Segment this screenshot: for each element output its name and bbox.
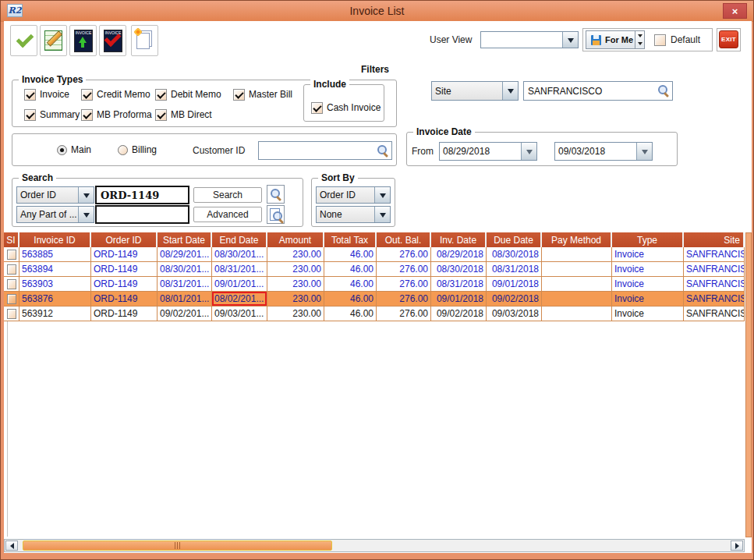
row-checkbox[interactable] <box>7 294 16 304</box>
chevron-down-icon[interactable] <box>78 187 94 203</box>
approve-button[interactable] <box>10 25 37 56</box>
customer-id-field[interactable] <box>258 141 392 160</box>
filters-heading: Filters <box>361 64 389 75</box>
table-row[interactable]: 563876ORD-114908/01/201...08/02/201...23… <box>4 292 745 307</box>
site-selector-combobox[interactable]: Site <box>431 81 519 101</box>
mb-direct-checkbox[interactable] <box>155 109 167 121</box>
view-spinner[interactable] <box>635 30 645 49</box>
cell-amount: 230.00 <box>267 307 324 321</box>
advanced-button[interactable]: Advanced <box>193 207 262 222</box>
debit-memo-checkbox[interactable] <box>155 89 167 101</box>
cell-si[interactable] <box>4 247 19 262</box>
cell-amount: 230.00 <box>267 277 324 292</box>
chevron-down-icon[interactable] <box>636 143 652 160</box>
cell-invoice_id: 563912 <box>19 307 91 321</box>
sort-by-title: Sort By <box>318 172 358 183</box>
master-bill-checkbox[interactable] <box>233 89 245 101</box>
advanced-search-button[interactable] <box>267 205 285 224</box>
summary-checkbox[interactable] <box>24 109 36 121</box>
sort-second-combobox[interactable]: None <box>316 206 391 223</box>
invoice-report-button[interactable]: INVOICE <box>69 25 97 56</box>
cell-si[interactable] <box>4 292 19 307</box>
main-radio[interactable] <box>57 145 67 155</box>
scroll-left-button[interactable] <box>5 541 18 551</box>
scroll-right-button[interactable] <box>731 541 743 551</box>
chevron-down-icon[interactable] <box>374 207 390 222</box>
search-field-combobox[interactable]: Order ID <box>16 186 94 204</box>
row-checkbox[interactable] <box>7 279 16 289</box>
invoice-list-window: R2 Invoice List × INVOICE INVOICE User V… <box>0 0 754 560</box>
invoice-types-title: Invoice Types <box>19 74 86 85</box>
chevron-down-icon[interactable] <box>521 143 536 160</box>
row-checkbox[interactable] <box>7 250 16 260</box>
cell-type: Invoice <box>612 277 684 292</box>
col-header-start_date[interactable]: Start Date <box>158 232 212 247</box>
chevron-down-icon[interactable] <box>562 32 578 48</box>
save-for-me-button[interactable]: For Me <box>586 30 639 49</box>
site-value-field[interactable]: SANFRANCISCO <box>523 81 673 101</box>
col-header-total_tax[interactable]: Total Tax <box>324 232 377 247</box>
mb-proforma-checkbox[interactable] <box>81 109 93 121</box>
horizontal-scroll-thumb[interactable] <box>23 541 332 551</box>
chevron-down-icon[interactable] <box>78 207 94 222</box>
date-from-combobox[interactable]: 08/29/2018 <box>439 142 537 161</box>
search-button[interactable]: Search <box>193 187 262 203</box>
col-header-out_bal[interactable]: Out. Bal. <box>377 232 431 247</box>
table-header-row: SIInvoice IDOrder IDStart DateEnd DateAm… <box>4 232 745 247</box>
search-mode-combobox[interactable]: Any Part of ... <box>16 206 94 223</box>
col-header-type[interactable]: Type <box>612 232 684 247</box>
col-header-pay_method[interactable]: Pay Method <box>542 232 612 247</box>
table-row[interactable]: 563894ORD-114908/30/201...08/31/201...23… <box>4 262 745 277</box>
table-body: 563885ORD-114908/29/201...08/30/201...23… <box>4 247 745 321</box>
search-term-field[interactable]: ORD-1149 <box>95 186 189 204</box>
col-header-site[interactable]: Site <box>684 232 745 247</box>
cell-si[interactable] <box>4 262 19 277</box>
col-header-end_date[interactable]: End Date <box>212 232 267 247</box>
search-magnifier-button[interactable] <box>267 185 285 204</box>
invoice-checkbox[interactable] <box>24 89 36 101</box>
credit-memo-checkbox[interactable] <box>81 89 93 101</box>
col-header-invoice_id[interactable]: Invoice ID <box>19 232 91 247</box>
col-header-order_id[interactable]: Order ID <box>91 232 158 247</box>
search-term2-field[interactable] <box>95 205 189 224</box>
col-header-amount[interactable]: Amount <box>267 232 324 247</box>
table-row[interactable]: 563912ORD-114909/02/201...09/03/201...23… <box>4 307 745 321</box>
address-mode-option: Billing <box>118 144 157 156</box>
cell-si[interactable] <box>4 277 19 292</box>
cell-pay_method <box>542 247 612 262</box>
cell-type: Invoice <box>612 262 684 277</box>
invoice-type-option: Summary <box>24 108 80 121</box>
green-up-arrow-stem <box>81 42 84 48</box>
edit-invoice-button[interactable] <box>40 25 67 56</box>
user-view-combobox[interactable] <box>480 31 579 48</box>
vertical-scrollbar[interactable] <box>745 232 752 537</box>
table-row[interactable]: 563885ORD-114908/29/201...08/30/201...23… <box>4 247 745 262</box>
row-checkbox[interactable] <box>7 264 16 275</box>
verify-invoice-button[interactable]: INVOICE <box>99 25 126 56</box>
col-header-due_date[interactable]: Due Date <box>487 232 542 247</box>
cell-type: Invoice <box>612 292 684 307</box>
customer-search-icon[interactable] <box>377 144 389 157</box>
col-header-si[interactable]: SI <box>4 232 19 247</box>
col-header-inv_date[interactable]: Inv. Date <box>431 232 487 247</box>
cell-si[interactable] <box>4 307 19 321</box>
sort-first-combobox[interactable]: Order ID <box>316 186 391 204</box>
sort-second-value: None <box>317 207 374 222</box>
default-checkbox[interactable] <box>654 34 666 46</box>
site-search-icon[interactable] <box>657 84 670 97</box>
cell-site: SANFRANCISCO <box>684 262 745 277</box>
billing-radio[interactable] <box>118 145 128 155</box>
chevron-down-icon[interactable] <box>502 82 518 100</box>
table-row[interactable]: 563903ORD-114908/31/201...09/01/201...23… <box>4 277 745 292</box>
horizontal-scrollbar[interactable] <box>4 539 745 552</box>
cell-due_date: 08/31/2018 <box>487 262 542 277</box>
master-bill-label: Master Bill <box>249 89 292 100</box>
chevron-down-icon[interactable] <box>374 187 390 203</box>
row-checkbox[interactable] <box>7 309 16 319</box>
close-button[interactable]: × <box>723 3 747 19</box>
copy-document-button[interactable] <box>131 25 158 56</box>
cash-invoice-checkbox[interactable] <box>311 102 323 114</box>
exit-button[interactable]: EXIT <box>719 30 738 48</box>
from-label: From <box>412 142 434 161</box>
date-to-combobox[interactable]: 09/03/2018 <box>554 142 653 161</box>
